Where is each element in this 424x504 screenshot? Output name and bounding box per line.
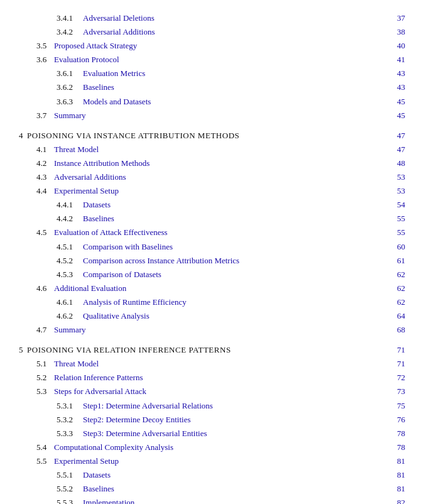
toc-entry-page: 43 xyxy=(397,67,405,80)
toc-entry[interactable]: 4.5 Evaluation of Attack Effectiveness55 xyxy=(19,226,405,239)
toc-chapter-entry[interactable]: 5 POISONING VIA RELATION INFERENCE PATTE… xyxy=(19,343,405,357)
toc-entry[interactable]: 3.4.1 Adversarial Deletions37 xyxy=(19,11,405,25)
toc-entry[interactable]: 4.2 Instance Attribution Methods48 xyxy=(19,156,405,170)
toc-entry[interactable]: 3.7 Summary45 xyxy=(19,109,405,123)
toc-entry-page: 81 xyxy=(397,482,405,496)
toc-entry[interactable]: 4.6 Additional Evaluation62 xyxy=(19,282,405,295)
toc-chapter-label[interactable]: POISONING VIA RELATION INFERENCE PATTERN… xyxy=(27,343,393,357)
toc-entry[interactable]: 5.5.1 Datasets81 xyxy=(19,468,405,482)
toc-entry[interactable]: 5.3.1 Step1: Determine Adversarial Relat… xyxy=(19,399,405,413)
toc-entry-page: 68 xyxy=(397,323,405,337)
toc-entry[interactable]: 5.1 Threat Model71 xyxy=(19,357,405,371)
toc-chapter-num: 4 xyxy=(19,129,27,143)
toc-entry-num: 4.7 xyxy=(36,323,54,337)
toc-entry-label[interactable]: Baselines xyxy=(83,80,393,94)
toc-entry-num: 5.2 xyxy=(36,371,54,385)
toc-entry-label[interactable]: Experimental Setup xyxy=(54,454,393,468)
toc-entry[interactable]: 4.3 Adversarial Additions53 xyxy=(19,170,405,184)
toc-entry-label[interactable]: Qualitative Analysis xyxy=(83,309,393,323)
toc-entry[interactable]: 5.5 Experimental Setup81 xyxy=(19,454,405,468)
toc-entry-label[interactable]: Evaluation of Attack Effectiveness xyxy=(54,226,393,239)
toc-entry-page: 62 xyxy=(397,268,405,282)
toc-entry[interactable]: 5.2 Relation Inference Patterns72 xyxy=(19,371,405,385)
toc-entry-label[interactable]: Step1: Determine Adversarial Relations xyxy=(83,399,393,413)
toc-entry-label[interactable]: Baselines xyxy=(83,212,393,226)
toc-entry-page: 60 xyxy=(397,240,405,254)
toc-chapter-label[interactable]: POISONING VIA INSTANCE ATTRIBUTION METHO… xyxy=(27,129,393,143)
toc-entry[interactable]: 5.5.2 Baselines81 xyxy=(19,482,405,496)
toc-entry-label[interactable]: Step3: Determine Adversarial Entities xyxy=(83,427,393,441)
toc-entry-label[interactable]: Experimental Setup xyxy=(54,184,393,198)
toc-entry-page: 40 xyxy=(397,39,405,53)
toc-chapter-entry[interactable]: 4 POISONING VIA INSTANCE ATTRIBUTION MET… xyxy=(19,129,405,143)
toc-entry-page: 55 xyxy=(397,212,405,226)
toc-entry[interactable]: 4.4 Experimental Setup53 xyxy=(19,184,405,198)
toc-entry-label[interactable]: Baselines xyxy=(83,482,393,496)
toc-entry[interactable]: 5.3.2 Step2: Determine Decoy Entities76 xyxy=(19,413,405,427)
toc-entry-num: 3.5 xyxy=(36,39,54,53)
toc-entry[interactable]: 4.5.2 Comparison across Instance Attribu… xyxy=(19,254,405,268)
toc-entry-label[interactable]: Models and Datasets xyxy=(83,95,393,109)
toc-entry-label[interactable]: Implementation xyxy=(83,496,393,504)
toc-entry[interactable]: 4.7 Summary68 xyxy=(19,323,405,337)
toc-entry[interactable]: 3.4.2 Adversarial Additions38 xyxy=(19,25,405,39)
toc-entry-label[interactable]: Relation Inference Patterns xyxy=(54,371,393,385)
toc-entry[interactable]: 4.4.2 Baselines55 xyxy=(19,212,405,226)
toc-entry-label[interactable]: Steps for Adversarial Attack xyxy=(54,385,393,398)
toc-entry-page: 73 xyxy=(397,385,405,398)
toc-entry-label[interactable]: Adversarial Additions xyxy=(83,25,393,39)
toc-entry-label[interactable]: Threat Model xyxy=(54,357,393,371)
toc-entry-num: 3.4.1 xyxy=(57,11,83,25)
toc-container: 3.4.1 Adversarial Deletions373.4.2 Adver… xyxy=(19,11,405,504)
toc-entry-page: 47 xyxy=(397,143,405,156)
toc-entry-page: 37 xyxy=(397,11,405,25)
toc-entry[interactable]: 3.5 Proposed Attack Strategy40 xyxy=(19,39,405,53)
toc-entry-page: 62 xyxy=(397,282,405,295)
toc-chapter-num: 5 xyxy=(19,343,27,357)
toc-entry-label[interactable]: Summary xyxy=(54,323,393,337)
toc-entry[interactable]: 4.1 Threat Model47 xyxy=(19,143,405,156)
toc-entry-label[interactable]: Computational Complexity Analysis xyxy=(54,441,393,454)
toc-entry[interactable]: 4.5.3 Comparison of Datasets62 xyxy=(19,268,405,282)
toc-entry-label[interactable]: Comparison of Datasets xyxy=(83,268,393,282)
toc-entry-num: 4.2 xyxy=(36,156,54,170)
toc-entry[interactable]: 5.3.3 Step3: Determine Adversarial Entit… xyxy=(19,427,405,441)
toc-entry-label[interactable]: Threat Model xyxy=(54,143,393,156)
toc-entry[interactable]: 5.4 Computational Complexity Analysis78 xyxy=(19,441,405,454)
toc-entry[interactable]: 3.6.3 Models and Datasets45 xyxy=(19,95,405,109)
toc-entry-page: 75 xyxy=(397,399,405,413)
toc-entry-label[interactable]: Instance Attribution Methods xyxy=(54,156,393,170)
toc-entry[interactable]: 3.6.2 Baselines43 xyxy=(19,80,405,94)
toc-entry-label[interactable]: Comparison across Instance Attribution M… xyxy=(83,254,393,268)
toc-entry-page: 43 xyxy=(397,80,405,94)
toc-entry-page: 82 xyxy=(397,496,405,504)
toc-entry-label[interactable]: Comparison with Baselines xyxy=(83,240,393,254)
toc-entry-num: 4.5.3 xyxy=(57,268,83,282)
toc-entry-num: 4.6.2 xyxy=(57,309,83,323)
toc-entry-label[interactable]: Evaluation Metrics xyxy=(83,67,393,80)
toc-entry-label[interactable]: Datasets xyxy=(83,198,393,212)
toc-entry-label[interactable]: Step2: Determine Decoy Entities xyxy=(83,413,393,427)
toc-entry[interactable]: 3.6.1 Evaluation Metrics43 xyxy=(19,67,405,80)
toc-entry-label[interactable]: Proposed Attack Strategy xyxy=(54,39,393,53)
toc-entry[interactable]: 4.6.1 Analysis of Runtime Efficiency62 xyxy=(19,295,405,309)
toc-entry[interactable]: 3.6 Evaluation Protocol41 xyxy=(19,53,405,67)
toc-entry[interactable]: 4.5.1 Comparison with Baselines60 xyxy=(19,240,405,254)
toc-entry[interactable]: 5.5.3 Implementation82 xyxy=(19,496,405,504)
toc-entry[interactable]: 5.3 Steps for Adversarial Attack73 xyxy=(19,385,405,398)
toc-entry-label[interactable]: Adversarial Deletions xyxy=(83,11,393,25)
toc-entry-label[interactable]: Datasets xyxy=(83,468,393,482)
toc-entry-label[interactable]: Analysis of Runtime Efficiency xyxy=(83,295,393,309)
toc-entry-label[interactable]: Adversarial Additions xyxy=(54,170,393,184)
toc-entry-page: 53 xyxy=(397,170,405,184)
toc-chapter-page: 47 xyxy=(397,129,405,143)
toc-entry-num: 3.6.3 xyxy=(57,95,83,109)
toc-entry-num: 5.3.2 xyxy=(57,413,83,427)
toc-entry-label[interactable]: Evaluation Protocol xyxy=(54,53,393,67)
toc-entry[interactable]: 4.4.1 Datasets54 xyxy=(19,198,405,212)
toc-entry[interactable]: 4.6.2 Qualitative Analysis64 xyxy=(19,309,405,323)
toc-entry-page: 54 xyxy=(397,198,405,212)
toc-entry-num: 4.4 xyxy=(36,184,54,198)
toc-entry-label[interactable]: Summary xyxy=(54,109,393,123)
toc-entry-label[interactable]: Additional Evaluation xyxy=(54,282,393,295)
